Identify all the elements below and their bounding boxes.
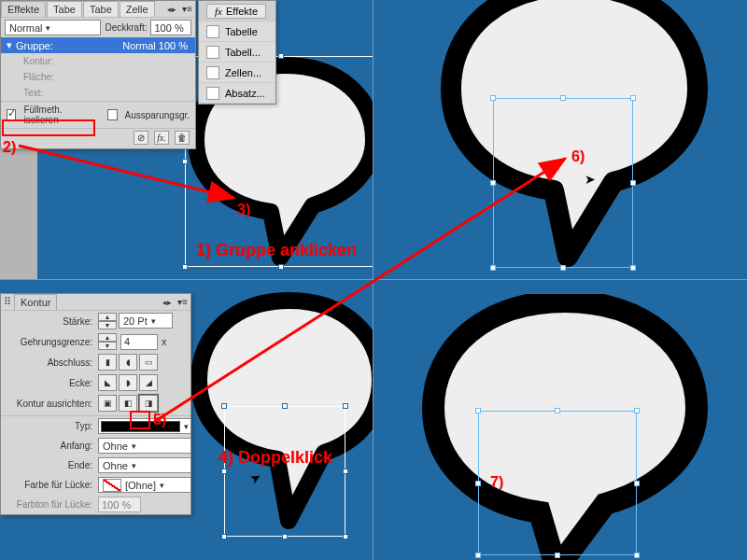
align-label: Kontur ausrichten: [7, 399, 92, 409]
trash-icon[interactable]: 🗑 [175, 131, 190, 145]
cursor-icon: ➤ [585, 172, 596, 187]
flyout-item-tabelle[interactable]: Tabelle [199, 21, 275, 42]
table-options-icon [206, 46, 219, 59]
opacity-input[interactable]: 100 % [150, 20, 191, 35]
type-label: Typ: [7, 421, 92, 431]
flyout-item-absatz[interactable]: Absatz... [199, 83, 275, 104]
panel-flyout[interactable]: fx Effekte Tabelle Tabell... Zellen... A… [198, 0, 276, 105]
knockout-group-label: Aussparungsgr. [125, 110, 190, 120]
weight-step-down[interactable]: ▼ [98, 321, 117, 329]
selection-box[interactable] [224, 406, 345, 537]
paragraph-icon [206, 87, 219, 100]
tab-zelle[interactable]: Zelle [120, 1, 155, 17]
app-sidebar-strip [0, 146, 37, 279]
cap-label: Abschluss: [7, 357, 92, 368]
gapcolor-label: Farbe für Lücke: [7, 480, 92, 490]
panel-collapse-icon[interactable]: ◂▸ [160, 298, 175, 307]
fx-button[interactable]: fx. [154, 131, 169, 145]
tab-kontur[interactable]: Kontur [14, 294, 57, 310]
start-label: Anfang: [7, 441, 92, 451]
align-center-icon[interactable]: ▣ [98, 395, 117, 412]
table-icon [206, 25, 219, 38]
quadrant-bottom-right: 7) ➤ [374, 280, 747, 560]
target-text-row[interactable]: Text: [1, 85, 195, 101]
tab-tabelle-2[interactable]: Tabe [83, 1, 119, 17]
miter-label: Gehrungsgrenze: [7, 337, 92, 347]
highlight-align-box [130, 411, 150, 429]
panel-grip-icon[interactable]: ⠿ [1, 296, 14, 308]
blend-mode-dropdown[interactable]: Normal [5, 20, 101, 35]
cells-icon [206, 66, 219, 79]
opacity-label: Deckkraft: [105, 22, 147, 33]
end-arrow-dropdown[interactable]: Ohne [98, 457, 191, 473]
end-label: Ende: [7, 460, 92, 470]
target-flaeche-row[interactable]: Fläche: [1, 69, 195, 85]
tab-effekte[interactable]: Effekte [1, 1, 46, 17]
none-swatch-icon [103, 479, 121, 492]
align-inside-icon[interactable]: ◧ [119, 395, 137, 412]
cap-round-icon[interactable]: ◖ [119, 354, 137, 371]
flyout-effects-button[interactable]: fx Effekte [199, 1, 275, 21]
cap-projecting-icon[interactable]: ▭ [139, 354, 158, 371]
effects-target-list[interactable]: ▾ Gruppe: Normal 100 % Kontur: Fläche: T… [1, 37, 195, 101]
miter-x-label: x [162, 336, 167, 347]
gap-tint-input: 100 % [98, 497, 141, 512]
quadrant-top-right: 6) ➤ [374, 0, 747, 280]
start-arrow-dropdown[interactable]: Ohne [98, 438, 191, 454]
highlight-isolate-box [2, 119, 95, 136]
panel-menu-icon[interactable]: ▾≡ [179, 4, 195, 14]
gaptint-label: Farbton für Lücke: [7, 499, 92, 510]
miter-input[interactable]: 4 [120, 334, 158, 350]
selection-box[interactable] [493, 98, 633, 268]
knockout-group-checkbox[interactable] [107, 109, 117, 120]
flyout-item-tabellopt[interactable]: Tabell... [199, 42, 275, 63]
join-label: Ecke: [7, 378, 92, 388]
cap-butt-icon[interactable]: ▮ [98, 354, 117, 371]
panel-menu-icon[interactable]: ▾≡ [175, 297, 190, 307]
weight-dropdown[interactable]: 20 Pt [119, 313, 173, 329]
join-round-icon[interactable]: ◗ [119, 374, 137, 391]
align-outside-icon[interactable]: ◨ [139, 395, 158, 412]
clear-effects-icon[interactable]: ⊘ [134, 131, 148, 145]
quadrant-top-left: Effekte Tabe Tabe Zelle ◂▸ ▾≡ Normal Dec… [0, 0, 374, 280]
quadrant-bottom-left: ⠿ Kontur ◂▸ ▾≡ Stärke: ▲ ▼ 20 Pt Gehrung… [0, 280, 374, 560]
gap-color-dropdown[interactable]: [Ohne] [98, 477, 191, 493]
selection-box[interactable] [478, 411, 637, 555]
miter-step-up[interactable]: ▲ [98, 333, 117, 342]
miter-step-down[interactable]: ▼ [98, 342, 117, 350]
effects-panel-tabs[interactable]: Effekte Tabe Tabe Zelle ◂▸ ▾≡ [1, 1, 195, 18]
join-bevel-icon[interactable]: ◢ [139, 374, 158, 391]
panel-collapse-icon[interactable]: ◂▸ [164, 5, 179, 14]
weight-label: Stärke: [7, 316, 92, 327]
join-miter-icon[interactable]: ◣ [98, 374, 117, 391]
stroke-panel[interactable]: ⠿ Kontur ◂▸ ▾≡ Stärke: ▲ ▼ 20 Pt Gehrung… [0, 293, 191, 515]
flyout-item-zellen[interactable]: Zellen... [199, 63, 275, 83]
target-kontur-row[interactable]: Kontur: [1, 53, 195, 69]
target-group-row[interactable]: ▾ Gruppe: Normal 100 % [1, 37, 195, 53]
weight-step-up[interactable]: ▲ [98, 313, 117, 321]
tab-tabelle-1[interactable]: Tabe [47, 1, 82, 17]
